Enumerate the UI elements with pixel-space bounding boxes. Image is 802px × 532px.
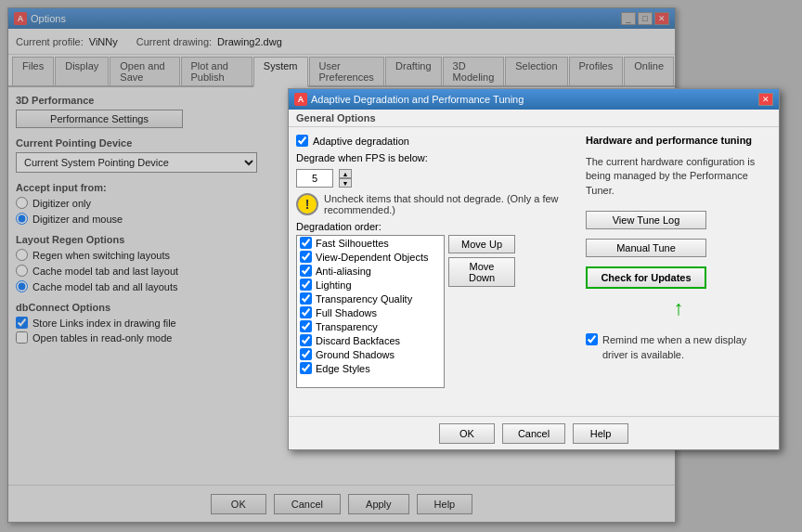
fps-row: Degrade when FPS is below:	[296, 152, 575, 163]
view-tune-log-button[interactable]: View Tune Log	[586, 211, 706, 229]
dialog-help-button[interactable]: Help	[573, 423, 628, 444]
list-item: Fast Silhouettes	[297, 236, 444, 250]
warning-row: ! Uncheck items that should not degrade.…	[296, 193, 575, 215]
adaptive-degradation-checkbox[interactable]: Adaptive degradation	[296, 135, 575, 147]
dialog-title-bar: A Adaptive Degradation and Performance T…	[289, 89, 779, 110]
general-options-label: General Options	[289, 110, 779, 127]
dialog-bottom-bar: OK Cancel Help	[289, 416, 779, 449]
list-item: Full Shadows	[297, 305, 444, 319]
degradation-order-label: Degradation order:	[296, 221, 575, 232]
degradation-section: Degradation order: Fast Silhouettes View…	[296, 221, 575, 388]
degradation-list[interactable]: Fast Silhouettes View-Dependent Objects …	[296, 235, 445, 388]
deg-buttons: Move Up Move Down	[448, 235, 515, 388]
fps-increment[interactable]: ▲	[339, 169, 352, 178]
list-item: Transparency Quality	[297, 292, 444, 305]
fps-input-row: ▲ ▼	[296, 169, 575, 188]
dialog-title-left: A Adaptive Degradation and Performance T…	[294, 93, 524, 106]
list-item: Transparency	[297, 319, 444, 333]
fps-decrement[interactable]: ▼	[339, 178, 352, 188]
deg-list-container: Fast Silhouettes View-Dependent Objects …	[296, 235, 575, 388]
adaptive-degradation-label: Adaptive degradation	[313, 136, 409, 147]
remind-row: Remind me when a new display driver is a…	[586, 333, 771, 362]
green-arrow-icon: ↑	[586, 296, 771, 320]
dialog-close-button[interactable]: ✕	[758, 93, 773, 106]
fps-label: Degrade when FPS is below:	[296, 152, 428, 163]
dialog-app-icon: A	[294, 93, 307, 106]
list-item: Edge Styles	[297, 361, 444, 375]
list-item: Lighting	[297, 278, 444, 292]
manual-tune-button[interactable]: Manual Tune	[586, 239, 706, 257]
move-up-button[interactable]: Move Up	[448, 235, 515, 253]
dialog-cancel-button[interactable]: Cancel	[502, 423, 565, 444]
fps-spinner: ▲ ▼	[339, 169, 352, 188]
adaptive-degradation-dialog: A Adaptive Degradation and Performance T…	[288, 88, 780, 450]
warning-text: Uncheck items that should not degrade. (…	[324, 193, 575, 215]
list-item: Anti-aliasing	[297, 264, 444, 278]
move-down-button[interactable]: Move Down	[448, 257, 515, 287]
remind-checkbox[interactable]	[586, 333, 598, 345]
hw-title: Hardware and performance tuning	[586, 135, 771, 146]
list-item: View-Dependent Objects	[297, 250, 444, 264]
warning-icon: !	[296, 193, 318, 215]
dialog-ok-button[interactable]: OK	[439, 423, 495, 444]
hw-desc: The current hardware configuration is be…	[586, 155, 771, 198]
list-item: Ground Shadows	[297, 347, 444, 361]
fps-input[interactable]	[296, 169, 333, 188]
dialog-left: Adaptive degradation Degrade when FPS is…	[296, 135, 575, 424]
check-updates-button[interactable]: Check for Updates	[586, 266, 706, 289]
dialog-right: Hardware and performance tuning The curr…	[586, 135, 771, 424]
remind-text: Remind me when a new display driver is a…	[602, 333, 771, 362]
dialog-content: Adaptive degradation Degrade when FPS is…	[289, 127, 779, 432]
list-item: Discard Backfaces	[297, 333, 444, 347]
dialog-title-text: Adaptive Degradation and Performance Tun…	[311, 94, 524, 105]
